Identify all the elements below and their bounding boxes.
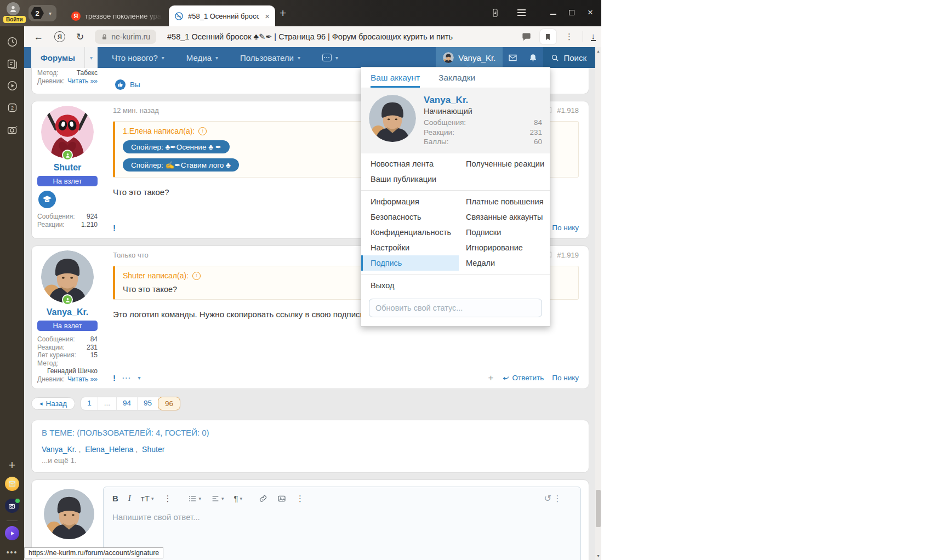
spoiler-button[interactable]: Спойлер: ✍✒Ставим лого ♣ [123,158,239,172]
editor-more-icon[interactable]: ⋮ [296,494,304,504]
address-domain[interactable]: ne-kurim.ru [95,30,156,44]
alice-icon[interactable] [0,526,24,540]
reply-input-placeholder[interactable]: Напишите свой ответ... [104,506,580,528]
page-button-current[interactable]: 96 [158,397,180,410]
italic-button[interactable]: I [128,494,131,503]
maximize-button[interactable] [565,5,579,20]
goto-quote-icon[interactable]: ↑ [192,272,201,280]
author-name[interactable]: Vanya_Kr. [37,307,98,317]
menu-information[interactable]: Информация [361,194,459,209]
minimize-button[interactable] [546,5,560,20]
post-time[interactable]: Только что [113,251,149,259]
tab-active[interactable]: #58_1 Осенний бросок × [169,5,275,26]
history-icon[interactable] [0,36,24,48]
screenshot-icon[interactable] [0,124,24,135]
insert-link-icon[interactable] [259,494,267,503]
post-time[interactable]: 12 мин. назад [113,106,159,115]
status-input[interactable] [369,299,542,317]
reply-button[interactable]: Ответить [502,374,544,382]
insert-image-icon[interactable] [277,494,286,503]
chevron-down-icon[interactable]: ▾ [46,10,54,16]
nav-forums[interactable]: Форумы ▾ [31,47,98,68]
menu-subscriptions[interactable]: Подписки [459,225,550,240]
bookmark-flag-button[interactable] [540,29,556,44]
nav-media[interactable]: Медиа▾ [179,47,226,68]
menu-received-reactions[interactable]: Полученные реакции [459,156,550,172]
topic-user-link[interactable]: Elena_Helena [85,445,133,454]
dropdown-tab-account[interactable]: Ваш аккаунт [371,67,420,88]
comments-icon[interactable] [521,31,532,42]
post-number[interactable]: #1.918 [557,106,579,115]
menu-logout[interactable]: Выход [361,278,459,293]
search-button[interactable]: Поиск [543,47,595,68]
close-tab-icon[interactable]: × [265,12,270,20]
add-panel-icon[interactable]: + [0,459,24,471]
yandex-button[interactable]: Я [54,31,65,42]
feed-icon[interactable] [0,58,24,70]
new-tab-button[interactable]: + [280,7,286,19]
tab-group-button[interactable]: 2 ▾ [29,5,56,21]
login-badge[interactable]: Войти [3,16,26,23]
browser-profile[interactable]: Войти [3,2,25,26]
bold-button[interactable]: B [112,494,118,503]
nav-whats-new[interactable]: Что нового?▾ [104,47,172,68]
nav-users[interactable]: Пользователи▾ [232,47,308,68]
refresh-button[interactable]: ↻ [76,32,84,42]
list-button[interactable]: ▾ [188,494,201,503]
post-more-icon[interactable]: ··· [122,374,132,382]
menu-signature[interactable]: Подпись [361,255,459,271]
quote-by-nick-button[interactable]: По нику [552,374,579,382]
avatar[interactable] [369,95,416,142]
downloads-icon[interactable]: ↓ [591,32,596,41]
paragraph-button[interactable]: ¶▾ [233,494,242,503]
author-name[interactable]: Shuter [37,163,98,173]
multiquote-button[interactable]: + [488,373,494,382]
diary-link[interactable]: Читать »» [67,77,98,85]
nav-sos[interactable]: ▾ [315,47,346,68]
report-button[interactable]: ! [113,373,116,382]
goto-quote-icon[interactable]: ↑ [198,127,207,135]
avatar[interactable] [41,106,94,158]
font-size-button[interactable]: тT▾ [141,494,154,503]
chevron-down-icon[interactable]: ▾ [138,375,141,381]
tab-inactive[interactable]: Я трезвое поколение урала [66,5,168,26]
browser-menu-icon[interactable] [514,5,528,20]
page-back-button[interactable]: ◂Назад [31,397,75,410]
editor-box[interactable]: B I тT▾ ⋮ ▾ ▾ ¶▾ ⋮ ↺ ⋮ [103,487,581,560]
editor-menu-icon[interactable]: ⋮ [553,493,562,504]
account-name[interactable]: Vanya_Kr. [424,95,542,106]
sidebar-more-icon[interactable]: ••• [0,548,24,557]
report-button[interactable]: ! [113,223,116,232]
video-icon[interactable] [0,80,24,92]
scrollbar-thumb[interactable] [596,490,601,527]
spoiler-button[interactable]: Спойлер: ♣✒Осенние ♣ ✒ [123,140,230,153]
menu-your-posts[interactable]: Ваши публикации [361,172,459,187]
dropdown-tab-bookmarks[interactable]: Закладки [438,67,475,88]
post-number[interactable]: #1.919 [557,251,579,259]
avatar[interactable] [41,250,94,303]
scroll-down-icon[interactable]: ▼ [595,554,601,558]
toolbar-more-icon[interactable]: ⋮ [564,31,575,42]
menu-news-feed[interactable]: Новостная лента [361,156,459,172]
back-button[interactable]: ← [34,32,43,42]
menu-linked-accounts[interactable]: Связанные аккаунты [459,209,550,225]
chevron-down-icon[interactable]: ▾ [84,47,98,68]
menu-paid-upgrades[interactable]: Платные повышения [459,194,550,209]
page-title[interactable]: #58_1 Осенний бросок ♣✎✒ | Страница 96 |… [167,32,510,41]
more-formats-icon[interactable]: ⋮ [163,494,172,504]
menu-security[interactable]: Безопасность [361,209,459,225]
alerts-bell-icon[interactable] [523,47,543,68]
inbox-icon[interactable] [503,47,523,68]
page-button[interactable]: 95 [138,397,158,410]
menu-privacy[interactable]: Конфиденциальность [361,225,459,240]
topic-user-link[interactable]: Vanya_Kr. [42,445,77,454]
topic-user-link[interactable]: Shuter [142,445,164,454]
menu-medals[interactable]: Медали [459,255,550,271]
close-window-button[interactable]: × [583,5,597,20]
page-button[interactable]: 1 [81,397,98,410]
undo-icon[interactable]: ↺ [544,493,551,504]
align-button[interactable]: ▾ [211,494,224,503]
send-to-device-icon[interactable] [488,5,502,20]
menu-ignoring[interactable]: Игнорирование [459,240,550,255]
page-button[interactable]: 94 [117,397,138,410]
